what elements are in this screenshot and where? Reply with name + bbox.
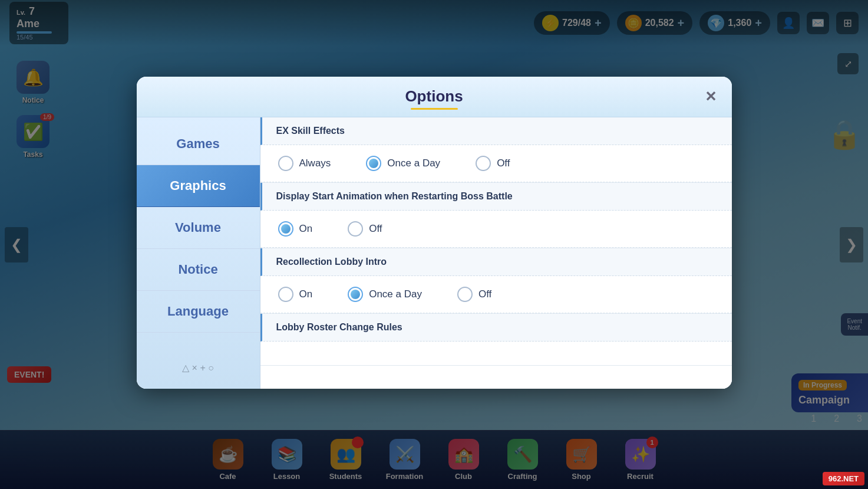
radio-on-recollection[interactable]: On <box>278 287 313 302</box>
radio-off-1[interactable]: Off <box>476 156 510 171</box>
radio-off-1-circle[interactable] <box>476 156 491 171</box>
section-boss-anim-header: Display Start Animation when Restarting … <box>260 183 732 211</box>
dialog-title-underline <box>411 108 458 110</box>
tab-graphics[interactable]: Graphics <box>137 165 260 207</box>
tab-volume[interactable]: Volume <box>137 207 260 249</box>
radio-off-boss-label: Off <box>369 223 382 235</box>
radio-off-recollection-label: Off <box>478 288 491 300</box>
dialog-header: Options ✕ <box>137 77 732 117</box>
dialog-content: EX Skill Effects Always Once a Day <box>260 117 732 389</box>
section-recollection-title: Recollection Lobby Intro <box>276 257 387 267</box>
radio-off-1-label: Off <box>497 157 510 169</box>
radio-once-a-day-recollection-label: Once a Day <box>369 288 422 300</box>
radio-once-a-day-inner <box>369 159 378 168</box>
tab-language[interactable]: Language <box>137 291 260 333</box>
section-recollection-header: Recollection Lobby Intro <box>260 248 732 276</box>
section-ex-skill-title: EX Skill Effects <box>276 126 345 136</box>
radio-always-circle[interactable] <box>278 156 293 171</box>
dialog-sidebar: Games Graphics Volume Notice Language △ … <box>137 117 260 389</box>
radio-off-recollection[interactable]: Off <box>457 287 491 302</box>
section-boss-anim: Display Start Animation when Restarting … <box>260 183 732 248</box>
radio-always-label: Always <box>299 157 331 169</box>
radio-once-a-day-label: Once a Day <box>387 157 440 169</box>
radio-off-recollection-circle[interactable] <box>457 287 473 302</box>
dialog-body: Games Graphics Volume Notice Language △ … <box>137 117 732 389</box>
section-recollection: Recollection Lobby Intro On Once a Day <box>260 248 732 314</box>
radio-on-boss-inner <box>281 224 291 234</box>
radio-on-recollection-circle[interactable] <box>278 287 293 302</box>
section-ex-skill-header: EX Skill Effects <box>260 117 732 145</box>
section-boss-anim-options: On Off <box>260 211 732 248</box>
radio-once-a-day-recollection-inner <box>351 290 360 299</box>
section-ex-skill: EX Skill Effects Always Once a Day <box>260 117 732 183</box>
section-recollection-options: On Once a Day Off <box>260 276 732 313</box>
radio-once-a-day[interactable]: Once a Day <box>366 156 440 171</box>
radio-on-recollection-label: On <box>299 288 313 300</box>
radio-off-boss[interactable]: Off <box>348 221 382 237</box>
section-lobby-roster-header: Lobby Roster Change Rules <box>260 314 732 342</box>
radio-once-a-day-recollection-circle[interactable] <box>348 287 363 302</box>
section-lobby-roster: Lobby Roster Change Rules <box>260 314 732 366</box>
section-boss-anim-title: Display Start Animation when Restarting … <box>276 191 513 201</box>
sidebar-symbols: △ × + ○ <box>137 353 260 383</box>
radio-on-boss[interactable]: On <box>278 221 313 237</box>
radio-once-a-day-circle[interactable] <box>366 156 381 171</box>
options-dialog: Options ✕ Games Graphics Volume Notice L… <box>137 77 732 389</box>
radio-off-boss-circle[interactable] <box>348 221 363 237</box>
dialog-close-button[interactable]: ✕ <box>700 86 721 107</box>
radio-once-a-day-recollection[interactable]: Once a Day <box>348 287 422 302</box>
radio-on-boss-label: On <box>299 223 313 235</box>
watermark: 962.NET <box>823 472 864 485</box>
tab-notice[interactable]: Notice <box>137 249 260 291</box>
modal-overlay: Options ✕ Games Graphics Volume Notice L… <box>0 0 868 489</box>
radio-always[interactable]: Always <box>278 156 331 171</box>
section-lobby-roster-title: Lobby Roster Change Rules <box>276 322 402 332</box>
tab-games[interactable]: Games <box>137 123 260 165</box>
radio-on-boss-circle[interactable] <box>278 221 293 237</box>
section-ex-skill-options: Always Once a Day Off <box>260 145 732 182</box>
dialog-title: Options <box>137 87 732 106</box>
